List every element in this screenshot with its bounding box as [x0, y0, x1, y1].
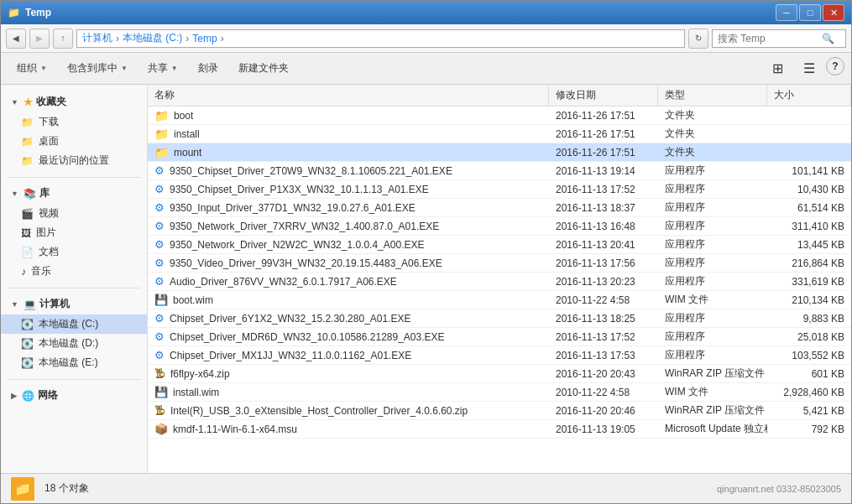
search-icon: 🔍 — [822, 33, 834, 44]
sidebar-item-drive-d[interactable]: 💽 本地磁盘 (D:) — [1, 334, 147, 353]
file-date-cell: 2016-11-26 17:51 — [549, 107, 658, 124]
table-row[interactable]: 🗜Intel(R)_USB_3.0_eXtensible_Host_Contro… — [148, 402, 851, 420]
view-list-button[interactable]: ☰ — [794, 57, 824, 81]
include-library-button[interactable]: 包含到库中 ▼ — [58, 57, 137, 81]
table-row[interactable]: 🗜f6flpy-x64.zip 2016-11-20 20:43 WinRAR … — [148, 365, 851, 383]
file-name: install.wim — [173, 387, 219, 398]
search-box[interactable]: 🔍 — [712, 29, 846, 48]
favorites-section: ▼ ★ 收藏夹 📁 下载 📁 桌面 📁 最近访问的位置 — [1, 91, 147, 170]
share-button[interactable]: 共享 ▼ — [139, 57, 187, 81]
wim-icon: 💾 — [154, 386, 168, 398]
sidebar-item-drive-e[interactable]: 💽 本地磁盘 (E:) — [1, 353, 147, 372]
view-details-button[interactable]: ⊞ — [763, 57, 792, 81]
file-name-cell: ⚙9350_Chipset_Driver_2T0W9_WN32_8.1.1060… — [148, 162, 549, 179]
path-computer[interactable]: 计算机 — [82, 31, 112, 45]
file-size-cell: 10,430 KB — [767, 180, 851, 198]
refresh-button[interactable]: ↻ — [688, 29, 708, 49]
libraries-title[interactable]: ▼ 📚 库 — [1, 183, 147, 204]
col-name[interactable]: 名称 — [148, 85, 549, 106]
organize-button[interactable]: 组织 ▼ — [8, 57, 56, 81]
sidebar-item-recent[interactable]: 📁 最近访问的位置 — [1, 151, 147, 170]
file-type-cell: 应用程序 — [658, 236, 767, 253]
sidebar-item-drive-c[interactable]: 💽 本地磁盘 (C:) — [1, 314, 147, 334]
file-size-cell: 9,883 KB — [767, 309, 851, 327]
address-path[interactable]: 计算机 › 本地磁盘 (C:) › Temp › — [76, 29, 685, 48]
path-drive[interactable]: 本地磁盘 (C:) — [123, 31, 182, 45]
folder-icon: 📁 — [154, 109, 169, 122]
file-name-cell: 🗜Intel(R)_USB_3.0_eXtensible_Host_Contro… — [148, 402, 549, 419]
back-button[interactable]: ◀ — [6, 29, 26, 49]
col-type[interactable]: 类型 — [658, 85, 767, 106]
sidebar-item-pictures[interactable]: 🖼 图片 — [1, 223, 147, 242]
file-name-cell: 💾install.wim — [148, 383, 549, 401]
file-name: Chipset_Driver_MX1JJ_WN32_11.0.0.1162_A0… — [170, 350, 411, 361]
minimize-button[interactable]: ─ — [776, 4, 797, 21]
exe-icon: ⚙ — [154, 164, 165, 177]
desktop-icon: 📁 — [21, 136, 34, 148]
sidebar-item-documents[interactable]: 📄 文档 — [1, 242, 147, 262]
table-row[interactable]: 📁boot 2016-11-26 17:51 文件夹 — [148, 107, 851, 125]
file-type-cell: Microsoft Update 独立程序包 — [658, 420, 767, 438]
up-button[interactable]: ↑ — [53, 29, 73, 49]
file-date-cell: 2016-11-13 18:37 — [549, 199, 658, 216]
table-row[interactable]: ⚙Audio_Driver_876VV_WN32_6.0.1.7917_A06.… — [148, 273, 851, 291]
table-row[interactable]: 📁install 2016-11-26 17:51 文件夹 — [148, 125, 851, 143]
path-sep-2: › — [186, 33, 189, 44]
computer-title[interactable]: ▼ 💻 计算机 — [1, 294, 147, 314]
exe-icon: ⚙ — [154, 312, 165, 325]
favorites-title[interactable]: ▼ ★ 收藏夹 — [1, 91, 147, 112]
sidebar-item-music[interactable]: ♪ 音乐 — [1, 262, 147, 281]
table-row[interactable]: ⚙9350_Video_Driver_99V3H_WN32_20.19.15.4… — [148, 254, 851, 273]
downloads-icon: 📁 — [21, 117, 34, 128]
file-size-cell — [767, 143, 851, 161]
table-row[interactable]: ⚙Chipset_Driver_MX1JJ_WN32_11.0.0.1162_A… — [148, 346, 851, 365]
search-input[interactable] — [718, 33, 818, 44]
file-size-cell: 13,445 KB — [767, 236, 851, 253]
file-date-cell: 2016-11-13 17:52 — [549, 180, 658, 198]
sidebar-item-downloads[interactable]: 📁 下载 — [1, 112, 147, 132]
computer-icon: 💻 — [24, 299, 36, 310]
include-library-label: 包含到库中 — [67, 61, 118, 75]
table-row[interactable]: ⚙9350_Chipset_Driver_P1X3X_WN32_10.1.1.1… — [148, 180, 851, 199]
burn-button[interactable]: 刻录 — [189, 57, 227, 81]
maximize-button[interactable]: □ — [799, 4, 821, 21]
help-button[interactable]: ? — [826, 57, 844, 75]
sidebar-item-videos[interactable]: 🎬 视频 — [1, 204, 147, 223]
sidebar-item-desktop[interactable]: 📁 桌面 — [1, 132, 147, 151]
table-row[interactable]: ⚙Chipset_Driver_6Y1X2_WN32_15.2.30.280_A… — [148, 309, 851, 328]
close-button[interactable]: ✕ — [823, 4, 844, 21]
col-date[interactable]: 修改日期 — [549, 85, 658, 106]
table-row[interactable]: ⚙9350_Chipset_Driver_2T0W9_WN32_8.1.1060… — [148, 162, 851, 180]
network-title[interactable]: ▶ 🌐 网络 — [1, 385, 147, 406]
downloads-label: 下载 — [39, 115, 59, 129]
table-row[interactable]: ⚙9350_Input_Driver_377D1_WN32_19.0.27.6_… — [148, 199, 851, 217]
table-row[interactable]: 💾boot.wim 2010-11-22 4:58 WIM 文件 210,134… — [148, 291, 851, 309]
file-type-cell: WinRAR ZIP 压缩文件 — [658, 365, 767, 382]
file-date-cell: 2016-11-13 17:52 — [549, 328, 658, 346]
col-size[interactable]: 大小 — [767, 85, 851, 106]
recent-label: 最近访问的位置 — [39, 153, 109, 168]
exe-icon: ⚙ — [154, 330, 165, 343]
table-row[interactable]: ⚙9350_Network_Driver_N2W2C_WN32_1.0.0.4_… — [148, 236, 851, 254]
drive-d-icon: 💽 — [21, 338, 34, 350]
table-row[interactable]: ⚙Chipset_Driver_MDR6D_WN32_10.0.10586.21… — [148, 328, 851, 346]
file-type-cell: WIM 文件 — [658, 383, 767, 401]
file-name-cell: 📦kmdf-1.11-Win-6.1-x64.msu — [148, 420, 549, 438]
libraries-icon: 📚 — [24, 188, 36, 200]
new-folder-button[interactable]: 新建文件夹 — [229, 57, 298, 81]
table-row[interactable]: 📁mount 2016-11-26 17:51 文件夹 — [148, 143, 851, 162]
forward-button[interactable]: ▶ — [29, 29, 50, 49]
table-row[interactable]: 📦kmdf-1.11-Win-6.1-x64.msu 2016-11-13 19… — [148, 420, 851, 439]
table-row[interactable]: ⚙9350_Network_Driver_7XRRV_WN32_1.400.87… — [148, 217, 851, 236]
documents-label: 文档 — [39, 245, 59, 259]
table-row[interactable]: 💾install.wim 2010-11-22 4:58 WIM 文件 2,92… — [148, 383, 851, 402]
path-folder[interactable]: Temp — [192, 33, 217, 44]
pictures-label: 图片 — [36, 226, 56, 240]
file-type-cell: WIM 文件 — [658, 291, 767, 309]
toolbar: 组织 ▼ 包含到库中 ▼ 共享 ▼ 刻录 新建文件夹 ⊞ ☰ ? — [1, 53, 851, 85]
file-name: boot — [174, 110, 193, 122]
network-expand-icon: ▶ — [11, 392, 17, 400]
share-label: 共享 — [148, 61, 168, 75]
file-date-cell: 2016-11-26 17:51 — [549, 143, 658, 161]
videos-icon: 🎬 — [21, 208, 34, 220]
